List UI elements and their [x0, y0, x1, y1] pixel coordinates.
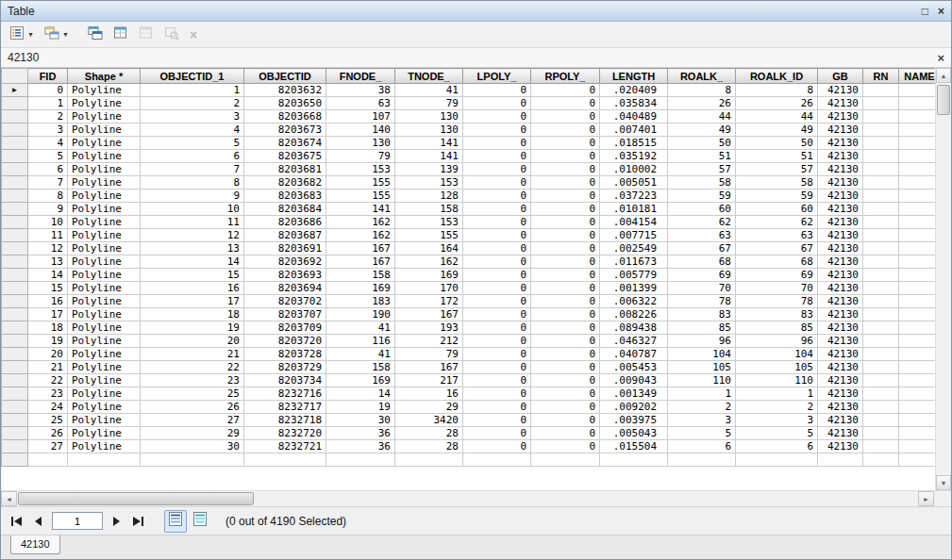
cell[interactable]: 0 [531, 348, 600, 361]
cell[interactable] [899, 361, 936, 374]
cell[interactable]: .010181 [600, 203, 668, 216]
cell[interactable]: 8203734 [244, 374, 326, 387]
cell[interactable]: 59 [668, 189, 736, 203]
cell[interactable]: 42130 [818, 150, 863, 163]
column-header-objectid[interactable]: OBJECTID [244, 69, 326, 84]
cell[interactable]: 69 [668, 269, 736, 282]
row-selector[interactable] [2, 401, 28, 414]
cell[interactable]: 0 [531, 335, 600, 348]
cell[interactable]: 42130 [818, 110, 863, 124]
cell[interactable]: 0 [531, 163, 600, 176]
cell[interactable]: 0 [531, 189, 600, 203]
cell[interactable]: 193 [395, 321, 463, 335]
cell[interactable] [899, 189, 936, 203]
column-header-rpoly[interactable]: RPOLY_ [531, 69, 600, 84]
cell[interactable]: 57 [668, 163, 736, 176]
cell[interactable]: 36 [326, 427, 395, 440]
cell[interactable]: Polyline [68, 321, 141, 335]
row-selector[interactable] [2, 414, 28, 427]
cell[interactable]: Polyline [68, 97, 141, 110]
cell[interactable]: 5 [736, 427, 818, 440]
highlight-selected-button[interactable] [135, 25, 158, 45]
cell[interactable]: 0 [463, 348, 531, 361]
cell[interactable]: 155 [326, 176, 395, 189]
cell[interactable]: 8203674 [244, 137, 326, 150]
cell[interactable]: 0 [463, 124, 531, 137]
row-selector[interactable] [2, 229, 28, 242]
cell[interactable] [863, 203, 899, 216]
cell[interactable]: 38 [326, 84, 395, 97]
cell[interactable]: 16 [141, 282, 244, 295]
cell[interactable] [863, 348, 899, 361]
cell[interactable]: 8203683 [244, 189, 326, 203]
row-selector[interactable] [2, 361, 28, 374]
row-selector[interactable] [2, 255, 28, 269]
cell[interactable]: 27 [141, 414, 244, 427]
cell[interactable]: 170 [395, 282, 463, 295]
cell[interactable]: 17 [141, 295, 244, 308]
cell[interactable]: 2 [668, 401, 736, 414]
cell[interactable]: 57 [736, 163, 818, 176]
cell[interactable]: 12 [141, 229, 244, 242]
cell[interactable] [863, 282, 899, 295]
cell[interactable]: .005043 [600, 427, 668, 440]
cell[interactable]: 12 [28, 242, 68, 255]
cell[interactable]: 42130 [818, 137, 863, 150]
cell[interactable]: 28 [395, 427, 463, 440]
cell[interactable]: 26 [28, 427, 68, 440]
cell[interactable]: 62 [668, 216, 736, 229]
show-selected-records-button[interactable] [189, 510, 211, 533]
cell[interactable]: 3 [141, 110, 244, 124]
cell[interactable] [863, 295, 899, 308]
cell[interactable]: 29 [141, 427, 244, 440]
cell[interactable]: 190 [326, 308, 395, 321]
cell[interactable]: 1 [28, 97, 68, 110]
cell[interactable]: 8232720 [244, 427, 326, 440]
cell[interactable]: 42130 [818, 229, 863, 242]
row-selector[interactable] [2, 269, 28, 282]
cell[interactable]: 29 [395, 401, 463, 414]
row-selector[interactable] [2, 295, 28, 308]
row-selector[interactable] [2, 137, 28, 150]
cell[interactable]: 0 [531, 387, 600, 401]
cell[interactable]: 60 [736, 203, 818, 216]
cell[interactable]: 50 [668, 137, 736, 150]
cell[interactable]: 130 [326, 137, 395, 150]
cell[interactable]: .007401 [600, 124, 668, 137]
cell[interactable]: 158 [395, 203, 463, 216]
cell[interactable]: 83 [736, 308, 818, 321]
cell[interactable]: Polyline [68, 295, 141, 308]
cell[interactable] [863, 374, 899, 387]
cell[interactable]: 26 [736, 97, 818, 110]
cell[interactable]: 0 [463, 440, 531, 453]
previous-record-button[interactable] [30, 513, 47, 530]
cell[interactable]: 23 [28, 387, 68, 401]
cell[interactable]: .018515 [600, 137, 668, 150]
next-record-button[interactable] [108, 513, 125, 530]
cell[interactable] [899, 295, 936, 308]
cell[interactable] [28, 453, 68, 467]
clear-selection-button[interactable] [109, 25, 132, 45]
cell[interactable]: 10 [141, 203, 244, 216]
cell[interactable]: Polyline [68, 387, 141, 401]
cell[interactable]: 130 [395, 110, 463, 124]
cell[interactable]: 42130 [818, 255, 863, 269]
cell[interactable]: 8203694 [244, 282, 326, 295]
cell[interactable]: .001399 [600, 282, 668, 295]
select-all-corner[interactable] [2, 69, 28, 84]
cell[interactable]: 0 [463, 110, 531, 124]
cell[interactable]: 18 [141, 308, 244, 321]
cell[interactable]: 11 [141, 216, 244, 229]
scroll-right-icon[interactable]: ► [918, 491, 934, 506]
cell[interactable]: 13 [28, 255, 68, 269]
cell[interactable]: 0 [531, 84, 600, 97]
cell[interactable] [863, 255, 899, 269]
row-selector[interactable] [2, 150, 28, 163]
cell[interactable]: 0 [531, 374, 600, 387]
cell[interactable]: 155 [326, 189, 395, 203]
cell[interactable]: 11 [28, 229, 68, 242]
cell[interactable]: 5 [28, 150, 68, 163]
cell[interactable]: 63 [326, 97, 395, 110]
cell[interactable]: 0 [531, 427, 600, 440]
cell[interactable] [899, 453, 936, 467]
